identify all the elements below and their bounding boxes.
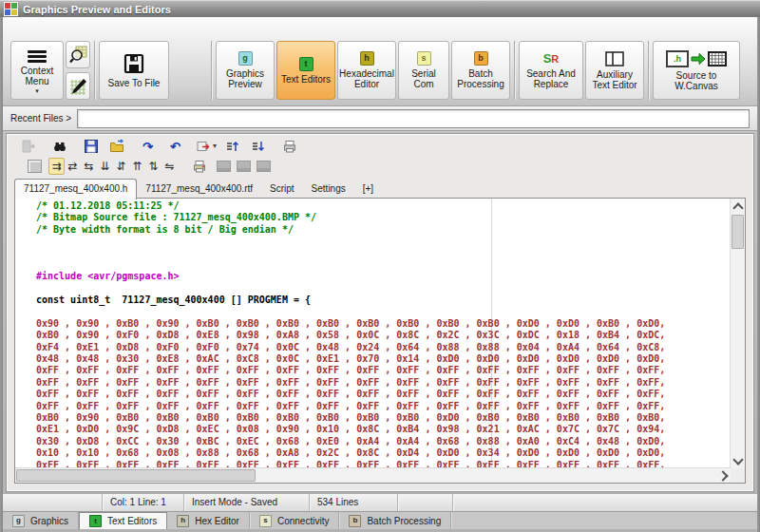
bottom-tab-badge-icon: s xyxy=(259,515,272,527)
indent-up-icon[interactable] xyxy=(224,139,240,155)
ribbon-mode-button[interactable]: b Batch Processing xyxy=(451,41,510,100)
bottom-tab[interactable]: s Connectivity xyxy=(250,512,339,529)
byte-order-arrow-icon[interactable]: ⇄ xyxy=(65,158,81,175)
bottom-tab-badge-icon: h xyxy=(177,515,189,527)
recent-files-input[interactable] xyxy=(77,109,750,128)
text-editor-panel: ↷ ↶ ▾ ⇉⇄⇆⇊⇵⇈⇅⇋ xyxy=(6,133,754,492)
save-icon[interactable] xyxy=(83,139,99,155)
mode-badge-icon: h xyxy=(360,51,374,66)
title-bar[interactable]: Graphics Preview and Editors xyxy=(0,0,760,17)
code-line xyxy=(36,248,730,259)
code-line: #include <avr/pgmspace.h> xyxy=(36,271,730,282)
mode-label: Batch Processing xyxy=(454,68,507,89)
mode-badge-icon: s xyxy=(417,51,431,66)
editor-tab-bar: 71127_mesq_400x400.h71127_mesq_400x400.r… xyxy=(14,178,382,199)
ribbon-mode-button[interactable]: g Graphics Preview xyxy=(216,41,275,100)
byte-order-arrow-icon[interactable]: ⇆ xyxy=(81,158,97,175)
pen-grid-icon xyxy=(68,77,87,96)
mode-label: Graphics Preview xyxy=(218,68,272,89)
bottom-tab-filler xyxy=(451,512,757,529)
bottom-tab-label: Batch Processing xyxy=(367,516,441,526)
vertical-scrollbar[interactable] xyxy=(730,199,745,468)
bottom-tab[interactable]: g Graphics xyxy=(3,512,79,529)
ribbon-mode-button[interactable]: s Serial Com xyxy=(398,41,449,100)
code-text[interactable]: /* 01.12.2018 05:11:25 *//* Bitmap Sourc… xyxy=(15,200,730,467)
undo-icon[interactable]: ↶ xyxy=(167,139,183,155)
status-segment: 534 Lines xyxy=(310,494,398,512)
hamburger-icon xyxy=(28,50,47,63)
vertical-scroll-thumb[interactable] xyxy=(732,215,744,249)
save-to-file-button[interactable]: Save To File xyxy=(99,41,169,100)
bottom-tab-label: Graphics xyxy=(30,516,68,526)
editor-tab[interactable]: [+] xyxy=(354,180,382,199)
scroll-up-icon[interactable] xyxy=(732,202,743,213)
code-line: 0x10 , 0x10 , 0x68 , 0x08 , 0x88 , 0x68 … xyxy=(36,447,730,459)
context-menu-button[interactable]: Context Menu ▾ xyxy=(10,41,64,100)
green-arrow-right-icon xyxy=(691,52,706,66)
code-line xyxy=(36,307,730,318)
horizontal-scrollbar[interactable] xyxy=(15,467,731,483)
source-to-canvas-button[interactable]: .h Source to W.Canvas xyxy=(653,41,740,100)
code-line: 0xFF , 0xFF , 0xFF , 0xFF , 0xFF , 0xFF … xyxy=(36,401,730,412)
indent-down-icon[interactable] xyxy=(250,139,266,155)
bottom-tab[interactable]: t Text Editors xyxy=(79,512,167,529)
bottom-tab-badge-icon: t xyxy=(89,515,102,527)
byte-order-arrow-icon[interactable]: ⇅ xyxy=(145,158,162,175)
exit-icon[interactable] xyxy=(20,139,36,155)
horizontal-scroll-thumb[interactable] xyxy=(16,469,256,482)
context-menu-label: Context Menu xyxy=(13,66,61,86)
aux-text-editor-label: Auxiliary Text Editor xyxy=(588,69,641,90)
code-line: 0x48 , 0x48 , 0x30 , 0xE8 , 0xAC , 0xC8 … xyxy=(36,353,730,365)
scrollbar-corner xyxy=(731,468,745,483)
code-line: 0xB0 , 0x90 , 0xF0 , 0xD8 , 0xE8 , 0x98 … xyxy=(36,330,730,341)
code-line: const uint8_t 71127_mesq_400x400 [] PROG… xyxy=(36,294,730,306)
scroll-down-icon[interactable] xyxy=(732,454,743,465)
source-to-canvas-label: Source to W.Canvas xyxy=(656,70,737,91)
aux-text-editor-button[interactable]: Auxiliary Text Editor xyxy=(585,41,644,100)
ribbon-mode-button[interactable]: h Hexadecimal Editor xyxy=(337,41,396,100)
byte-order-arrow-icon[interactable]: ⇊ xyxy=(97,158,113,175)
editor-tab[interactable]: Script xyxy=(261,180,303,199)
save-as-icon[interactable] xyxy=(108,139,124,155)
byte-order-arrow-icon[interactable]: ⇈ xyxy=(129,158,145,175)
byte-order-arrow-icon[interactable]: ⇵ xyxy=(113,158,129,175)
editor-tab[interactable]: 71127_mesq_400x400.h xyxy=(14,179,137,200)
flag-icon[interactable] xyxy=(237,161,251,172)
scroll-right-icon[interactable] xyxy=(717,470,728,481)
print-icon[interactable] xyxy=(281,139,297,155)
editor-tab[interactable]: Settings xyxy=(303,180,354,199)
find-icon[interactable] xyxy=(51,139,67,155)
ribbon-mode-button[interactable]: t Text Editors xyxy=(276,41,335,100)
app-window: Graphics Preview and Editors Context Men… xyxy=(0,0,760,532)
canvas-grid-icon xyxy=(708,51,727,66)
bottom-tab[interactable]: b Batch Processing xyxy=(339,512,451,529)
block-select-icon[interactable] xyxy=(28,160,42,173)
code-line: 0xB0 , 0x90 , 0xB0 , 0xB0 , 0xB0 , 0xB0 … xyxy=(36,412,730,424)
caret-down-icon[interactable]: ▾ xyxy=(213,144,217,148)
ribbon-button-row: Context Menu ▾ xyxy=(10,41,740,100)
status-segment xyxy=(453,494,757,512)
floppy-disk-icon xyxy=(123,52,145,75)
byte-order-arrow-icon[interactable]: ⇋ xyxy=(162,158,178,175)
bottom-tab[interactable]: h Hex Editor xyxy=(167,512,250,529)
magnifier-grid-icon xyxy=(68,46,87,65)
ribbon-separator xyxy=(211,41,212,100)
pixel-pen-button[interactable] xyxy=(66,72,90,100)
print-color-icon[interactable] xyxy=(191,159,207,175)
redo-icon[interactable]: ↷ xyxy=(140,139,156,155)
ribbon-mode-group: g Graphics Preview t Text Editors h Hexa… xyxy=(216,41,510,100)
flag-icon[interactable] xyxy=(256,161,271,172)
code-line: 0xFF , 0xFF , 0xFF , 0xFF , 0xFF , 0xFF … xyxy=(36,377,730,389)
flag-icon[interactable] xyxy=(217,161,231,172)
zoom-preview-button[interactable] xyxy=(66,41,90,68)
search-replace-button[interactable]: SR Search And Replace xyxy=(519,41,583,100)
paste-special-icon[interactable] xyxy=(195,139,211,155)
mode-label: Hexadecimal Editor xyxy=(339,68,394,89)
transform-icon-group: ⇉⇄⇆⇊⇵⇈⇅⇋ xyxy=(48,158,178,175)
byte-order-arrow-icon[interactable]: ⇉ xyxy=(48,158,65,175)
editor-tab[interactable]: 71127_mesq_400x400.rtf xyxy=(137,180,261,199)
status-segment xyxy=(398,494,453,512)
code-line: /* 01.12.2018 05:11:25 */ xyxy=(36,200,730,212)
mode-label: Text Editors xyxy=(281,74,331,85)
code-line: /* Byte width format is 8 bit / Big endi… xyxy=(36,224,730,236)
